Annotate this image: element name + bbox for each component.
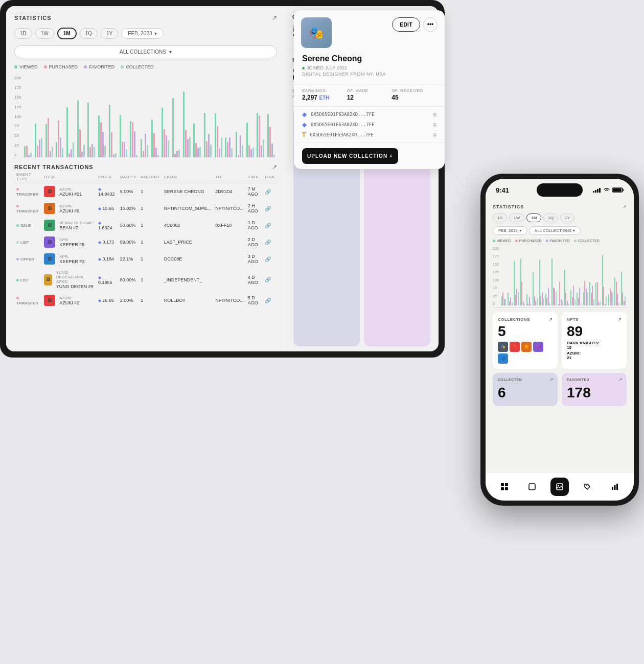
bar: [166, 135, 167, 157]
item-nft-name: BEAN #2: [59, 225, 94, 230]
bar: [151, 120, 153, 157]
bar: [238, 155, 239, 157]
bar: [197, 148, 199, 157]
time-btn-1w[interactable]: 1W: [35, 28, 54, 39]
phone-collected-expand[interactable]: ↗: [549, 377, 554, 382]
bar: [147, 145, 148, 157]
time-btn-1y[interactable]: 1Y: [101, 28, 118, 39]
phone-nav-grid[interactable]: [495, 478, 514, 496]
table-row: TRANSFER 🖼 AZUKI: AZUKI #2 ◆ 16.05 2.00%…: [14, 292, 277, 309]
item-thumbnail: 🖼: [44, 220, 55, 231]
bar: [157, 155, 159, 157]
from-cell: _INDEPENDENT_: [162, 268, 214, 292]
copy-icon-1[interactable]: ⎘: [433, 112, 436, 117]
upload-collection-button[interactable]: UPLOAD NEW COLLECTION +: [302, 148, 398, 164]
bar: [145, 134, 146, 157]
phone-nfts-expand[interactable]: ↗: [618, 317, 622, 322]
phone-nav-image[interactable]: [550, 478, 569, 496]
item-nft-name: KEEPER #3: [59, 259, 84, 264]
bar: [60, 137, 61, 157]
time-cell: 1 D AGO: [246, 217, 263, 234]
link-cell[interactable]: 🔗: [263, 292, 277, 309]
col-amount: AMOUNT: [139, 171, 162, 183]
bar: [174, 154, 176, 157]
phone-btn-1q[interactable]: 1Q: [543, 214, 558, 222]
table-row: OFFER 🖼 KPR: KEEPER #3 ◆ 0.184 22.1% 1 D…: [14, 251, 277, 268]
phone-collections-filter[interactable]: ALL COLLECTIONS ▾: [529, 226, 581, 235]
amount-cell: 1: [139, 234, 162, 251]
phone-nav-tag[interactable]: [578, 478, 596, 496]
phone-chart: 0 25 75 100 125 150 175 200: [493, 247, 627, 308]
profile-name: Serene Cheong: [302, 54, 436, 63]
bar: [162, 108, 163, 157]
bar: [56, 142, 57, 157]
bar: [24, 146, 26, 157]
link-cell[interactable]: 🔗: [263, 234, 277, 251]
time-cell: 2 D AGO: [246, 234, 263, 251]
phone-favorited-card: FAVORITED 178 ↗: [562, 373, 627, 406]
collections-filter-btn[interactable]: ALL COLLECTIONS ▾: [14, 45, 277, 58]
phone-stats-expand[interactable]: ↗: [623, 204, 627, 209]
phone-bar-group: [526, 294, 532, 305]
bar-group: [225, 137, 235, 157]
phone-btn-1w[interactable]: 1W: [509, 214, 524, 222]
link-cell[interactable]: 🔗: [263, 200, 277, 217]
link-cell[interactable]: 🔗: [263, 268, 277, 292]
phone-bar: [518, 292, 519, 305]
link-cell[interactable]: 🔗: [263, 217, 277, 234]
transactions-expand-icon[interactable]: ↗: [272, 163, 277, 171]
phone-bottom-nav: [486, 472, 634, 501]
link-cell[interactable]: 🔗: [263, 183, 277, 200]
time-btn-1q[interactable]: 1Q: [80, 28, 98, 39]
svg-rect-2: [597, 189, 599, 193]
phone-azuki: AZUKI: 21: [567, 351, 622, 360]
price-cell: ◆ 1.6324: [96, 217, 118, 234]
bar: [66, 107, 68, 157]
phone-dot-viewed: [493, 240, 495, 242]
phone-btn-1d[interactable]: 1D: [493, 214, 507, 222]
event-type-cell: TRANSFER: [14, 200, 42, 217]
phone-bar: [573, 286, 574, 305]
bar: [50, 151, 51, 157]
transactions-header: RECENT TRANSACTIONS ↗: [14, 163, 277, 171]
bar: [240, 135, 241, 157]
phone-bar-group: [589, 282, 595, 305]
phone-nfts-count: 89: [567, 324, 622, 340]
phone-status-icons: [593, 187, 624, 193]
edit-button[interactable]: EDIT: [392, 17, 420, 32]
phone-date-filter[interactable]: FEB, 2023 ▾: [493, 226, 527, 235]
phone-btn-1y[interactable]: 1Y: [560, 214, 574, 222]
col-to: TO: [213, 171, 246, 183]
svg-rect-16: [614, 485, 616, 490]
date-filter-btn[interactable]: FEB, 2023 ▾: [121, 28, 163, 39]
bar: [28, 155, 30, 157]
time-btn-1m[interactable]: 1M: [57, 28, 77, 39]
phone-bar: [530, 304, 531, 305]
link-cell[interactable]: 🔗: [263, 251, 277, 268]
phone-btn-1m[interactable]: 1M: [526, 214, 541, 222]
phone-status-bar: 9:41: [486, 179, 634, 201]
phone-bar: [612, 293, 613, 305]
phone-cols-row: COLLECTIONS ↗ 5 🎭 🔴 🟠 🟣 🔵 NFTS: [493, 312, 627, 369]
phone-bar: [551, 258, 553, 305]
statistics-expand-icon[interactable]: ↗: [272, 14, 277, 21]
more-options-button[interactable]: •••: [423, 17, 438, 32]
phone-bar: [543, 298, 544, 305]
phone-bar: [521, 281, 522, 305]
item-nft-name: AZUKI #9: [59, 208, 79, 214]
copy-icon-2[interactable]: ⎘: [433, 122, 436, 128]
bar: [172, 98, 174, 157]
phone-favorited-expand[interactable]: ↗: [618, 377, 623, 382]
phone-nav-chart[interactable]: [606, 478, 624, 496]
bar-group: [56, 121, 65, 157]
bar: [113, 154, 114, 157]
time-btn-1d[interactable]: 1D: [14, 28, 32, 39]
bar: [58, 121, 59, 157]
bar: [225, 137, 226, 157]
phone-nav-box[interactable]: [523, 478, 541, 496]
phone-device: 9:41: [480, 174, 639, 506]
phone-collections-expand[interactable]: ↗: [549, 317, 553, 322]
phone-bar: [579, 288, 580, 305]
copy-icon-3[interactable]: ⎘: [433, 132, 436, 138]
phone-bar-group: [602, 255, 608, 305]
